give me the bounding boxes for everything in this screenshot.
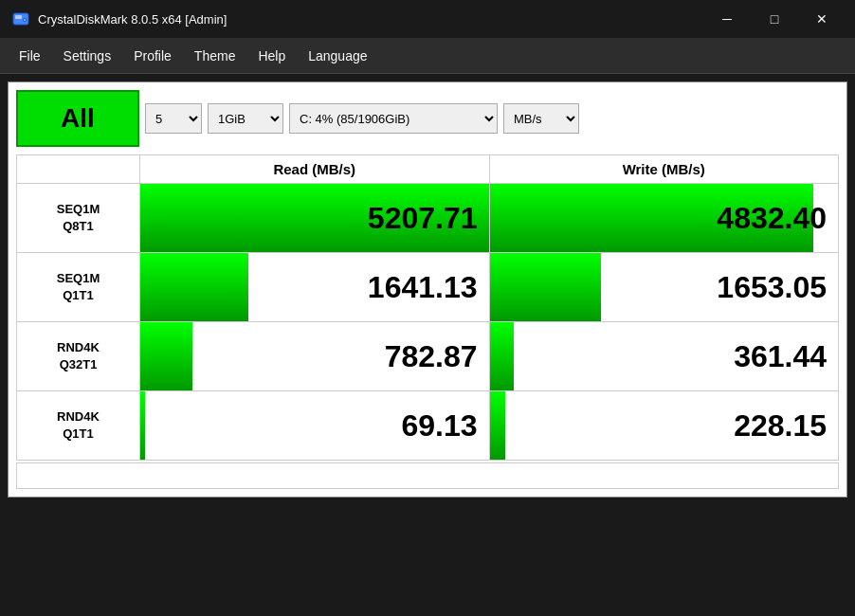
menu-settings[interactable]: Settings <box>52 45 123 67</box>
drive-select[interactable]: C: 4% (85/1906GiB) <box>289 103 498 134</box>
write-header: Write (MB/s) <box>489 155 839 184</box>
main-content: All 5 1 3 9 1GiB 512MiB 256MiB 2GiB C: 4… <box>8 82 847 498</box>
table-row: RND4KQ32T1782.87361.44 <box>17 322 839 391</box>
read-number: 1641.13 <box>140 253 489 321</box>
svg-point-3 <box>24 19 26 21</box>
status-bar <box>16 462 839 489</box>
write-value: 228.15 <box>489 391 839 461</box>
close-button[interactable]: ✕ <box>800 4 844 34</box>
window-controls: ─ □ ✕ <box>705 4 844 34</box>
write-number: 1653.05 <box>490 253 839 321</box>
menu-bar: File Settings Profile Theme Help Languag… <box>0 38 855 74</box>
write-number: 228.15 <box>490 391 839 460</box>
menu-help[interactable]: Help <box>246 45 297 67</box>
write-value: 4832.40 <box>489 184 839 253</box>
menu-profile[interactable]: Profile <box>122 45 183 67</box>
read-number: 69.13 <box>140 391 489 460</box>
menu-theme[interactable]: Theme <box>183 45 247 67</box>
benchmark-table: Read (MB/s) Write (MB/s) SEQ1MQ8T15207.7… <box>16 154 839 461</box>
all-button[interactable]: All <box>16 90 139 147</box>
write-value: 1653.05 <box>489 253 839 322</box>
table-row: RND4KQ1T169.13228.15 <box>17 391 839 461</box>
title-bar: CrystalDiskMark 8.0.5 x64 [Admin] ─ □ ✕ <box>0 0 855 38</box>
table-row: SEQ1MQ8T15207.714832.40 <box>17 184 839 253</box>
row-label: SEQ1MQ1T1 <box>17 253 140 322</box>
row-label: RND4KQ1T1 <box>17 391 140 461</box>
write-number: 4832.40 <box>490 184 839 252</box>
minimize-button[interactable]: ─ <box>705 4 749 34</box>
label-header <box>17 155 140 184</box>
read-value: 5207.71 <box>140 184 490 253</box>
maximize-button[interactable]: □ <box>753 4 796 34</box>
read-value: 782.87 <box>140 322 490 391</box>
unit-select[interactable]: MB/s GB/s IOPS <box>503 103 579 134</box>
menu-language[interactable]: Language <box>297 45 378 67</box>
table-row: SEQ1MQ1T11641.131653.05 <box>17 253 839 322</box>
row-label: RND4KQ32T1 <box>17 322 140 391</box>
toolbar: All 5 1 3 9 1GiB 512MiB 256MiB 2GiB C: 4… <box>16 90 839 147</box>
read-header: Read (MB/s) <box>140 155 490 184</box>
size-select[interactable]: 1GiB 512MiB 256MiB 2GiB <box>208 103 283 134</box>
read-number: 782.87 <box>140 322 489 390</box>
row-label: SEQ1MQ8T1 <box>17 184 140 253</box>
app-icon <box>11 9 30 28</box>
write-value: 361.44 <box>489 322 839 391</box>
window-title: CrystalDiskMark 8.0.5 x64 [Admin] <box>38 12 705 27</box>
svg-rect-1 <box>15 15 22 19</box>
write-number: 361.44 <box>490 322 839 390</box>
count-select[interactable]: 5 1 3 9 <box>145 103 202 134</box>
read-number: 5207.71 <box>140 184 489 252</box>
read-value: 69.13 <box>140 391 490 461</box>
read-value: 1641.13 <box>140 253 490 322</box>
menu-file[interactable]: File <box>8 45 52 67</box>
